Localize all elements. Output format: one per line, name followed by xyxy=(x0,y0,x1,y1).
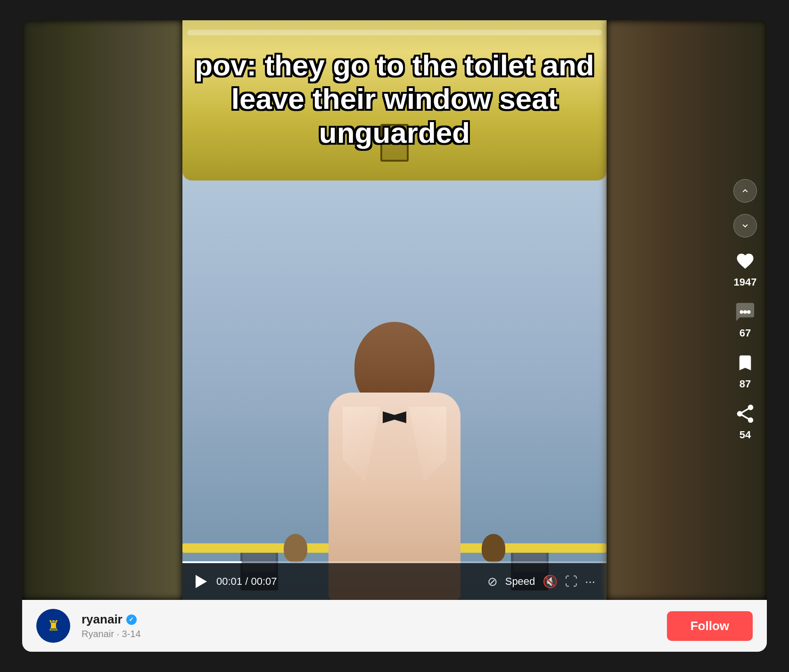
right-sidebar: 1947 67 8 xyxy=(733,179,757,441)
ryanair-logo: ♜ xyxy=(40,613,66,639)
overlay-text-content: pov: they go to the toilet and leave the… xyxy=(192,49,597,149)
svg-text:♜: ♜ xyxy=(47,618,60,633)
nav-up-button[interactable] xyxy=(733,179,757,203)
share-count: 54 xyxy=(740,429,751,441)
seated-person-2 xyxy=(482,534,505,562)
bow-tie xyxy=(383,411,406,423)
channel-sub-info: Ryanair · 3-14 xyxy=(82,629,656,639)
time-current: 00:01 xyxy=(216,575,242,587)
video-area: pov: they go to the toilet and leave the… xyxy=(22,20,767,600)
bookmark-button[interactable]: 87 xyxy=(733,351,757,390)
subtitle-icon[interactable]: ⊘ xyxy=(487,574,498,589)
nav-down-button[interactable] xyxy=(733,214,757,238)
seated-person-1 xyxy=(284,534,307,562)
blurred-left-panel xyxy=(22,20,182,600)
chevron-up-icon xyxy=(740,186,750,196)
info-bar: ♜ ryanair ✓ Ryanair · 3-14 Follow xyxy=(22,600,767,652)
suit-lapel-right xyxy=(409,407,446,482)
channel-info: ryanair ✓ Ryanair · 3-14 xyxy=(82,612,656,639)
comment-button[interactable]: 67 xyxy=(733,300,757,339)
main-figure xyxy=(314,327,475,600)
chevron-down-icon xyxy=(740,221,750,231)
fullscreen-icon[interactable]: ⛶ xyxy=(565,574,577,589)
bookmark-count: 87 xyxy=(740,378,751,390)
video-overlay-text: pov: they go to the toilet and leave the… xyxy=(182,49,607,149)
verified-badge: ✓ xyxy=(126,615,137,625)
bookmark-icon xyxy=(733,351,757,375)
video-center[interactable]: pov: they go to the toilet and leave the… xyxy=(182,20,607,600)
play-button[interactable] xyxy=(194,574,209,589)
bin-stripe xyxy=(187,30,602,35)
comment-icon xyxy=(733,300,757,324)
share-icon xyxy=(733,402,757,426)
channel-avatar[interactable]: ♜ xyxy=(36,609,70,643)
like-count: 1947 xyxy=(734,276,757,288)
more-options-icon[interactable]: ··· xyxy=(585,574,595,589)
time-total: 00:07 xyxy=(251,575,277,587)
share-button[interactable]: 54 xyxy=(733,402,757,441)
time-display: 00:01 / 00:07 xyxy=(216,575,277,588)
suit-lapel-left xyxy=(343,407,380,482)
like-button[interactable]: 1947 xyxy=(733,249,757,288)
player-container: pov: they go to the toilet and leave the… xyxy=(22,20,767,652)
channel-name-text: ryanair xyxy=(82,612,123,627)
channel-name-row: ryanair ✓ xyxy=(82,612,656,627)
play-icon xyxy=(196,575,207,588)
speed-control[interactable]: Speed xyxy=(505,575,535,588)
heart-icon xyxy=(733,249,757,273)
time-separator: / xyxy=(245,575,251,587)
comment-count: 67 xyxy=(740,327,751,339)
controls-bar: 00:01 / 00:07 ⊘ Speed 🔇 ⛶ ··· xyxy=(182,563,607,600)
mute-icon[interactable]: 🔇 xyxy=(542,574,558,589)
follow-button[interactable]: Follow xyxy=(667,611,753,641)
